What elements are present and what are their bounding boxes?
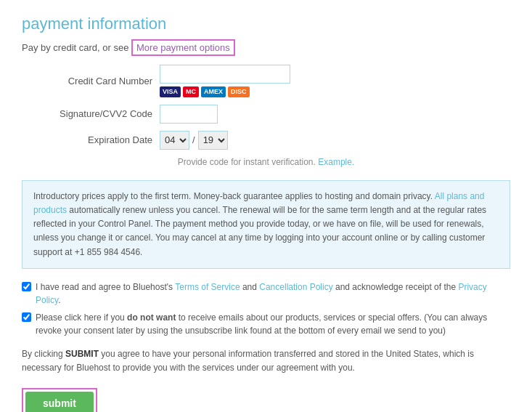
verification-line: Provide code for instant verification. E… — [22, 157, 510, 167]
cvv2-label: Signature/CVV2 Code — [36, 108, 160, 119]
payment-form: Credit Card Number VISA MC AMEX DISC Sig… — [36, 65, 510, 150]
cancellation-policy-link[interactable]: Cancellation Policy — [259, 282, 332, 292]
info-box: Introductory prices apply to the first t… — [22, 180, 510, 269]
more-payment-options-link[interactable]: More payment options — [131, 39, 235, 56]
do-not-want-text: do not want — [127, 312, 176, 323]
email-optout-checkbox[interactable] — [22, 312, 31, 322]
expiry-label: Expiration Date — [36, 134, 160, 145]
cc-number-label: Credit Card Number — [36, 76, 160, 86]
expiry-month-select[interactable]: 01 02 03 04 05 06 07 08 09 10 11 12 — [160, 131, 189, 150]
submit-button-wrapper: submit — [22, 388, 97, 412]
cc-number-input[interactable] — [160, 65, 290, 84]
example-link[interactable]: Example. — [318, 157, 354, 167]
cvv2-input[interactable] — [160, 105, 218, 124]
cc-number-row: Credit Card Number VISA MC AMEX DISC — [36, 65, 510, 97]
email-optout-checkbox-row: Please click here if you do not want to … — [22, 311, 510, 337]
submit-text-bold: SUBMIT — [65, 349, 99, 359]
page-title: payment information — [22, 15, 510, 33]
expiry-row: Expiration Date 01 02 03 04 05 06 07 08 … — [36, 131, 510, 150]
tos-text: I have read and agree to Bluehost's Term… — [36, 280, 510, 307]
submit-button[interactable]: submit — [25, 392, 94, 412]
tos-checkbox[interactable] — [22, 282, 31, 291]
verification-text: Provide code for instant verification. — [178, 157, 316, 167]
expiry-year-select[interactable]: 17 18 19 20 21 22 23 24 25 26 27 — [198, 131, 228, 150]
tos-checkbox-row: I have read and agree to Bluehost's Term… — [22, 280, 510, 307]
amex-icon: AMEX — [201, 86, 226, 97]
all-plans-link[interactable]: All plans and products — [33, 191, 484, 215]
email-optout-text: Please click here if you do not want to … — [36, 311, 510, 337]
consent-text: By clicking SUBMIT you agree to have you… — [22, 347, 510, 375]
pay-by-line: Pay by credit card, or see More payment … — [22, 42, 510, 53]
expiry-separator: / — [192, 134, 195, 145]
cvv2-row: Signature/CVV2 Code — [36, 105, 510, 124]
cc-icons: VISA MC AMEX DISC — [160, 86, 290, 97]
checkbox-section: I have read and agree to Bluehost's Term… — [22, 280, 510, 337]
visa-icon: VISA — [160, 86, 181, 97]
pay-by-text: Pay by credit card, or see — [22, 42, 128, 53]
discover-icon: DISC — [228, 86, 250, 97]
cc-input-wrap: VISA MC AMEX DISC — [160, 65, 290, 97]
mastercard-icon: MC — [183, 86, 199, 97]
tos-link[interactable]: Terms of Service — [175, 282, 240, 292]
